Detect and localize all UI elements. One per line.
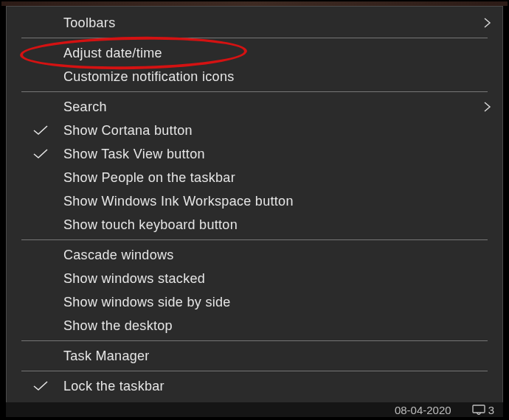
taskbar: 08-04-2020 3 <box>6 402 503 417</box>
menu-item-label: Adjust date/time <box>63 46 162 61</box>
menu-item-label: Customize notification icons <box>63 69 235 85</box>
taskbar-context-menu: Toolbars Adjust date/time Customize noti… <box>6 6 503 404</box>
separator <box>21 38 488 38</box>
taskbar-date[interactable]: 08-04-2020 <box>395 404 451 416</box>
menu-item-label: Search <box>63 99 107 115</box>
check-icon <box>32 122 49 139</box>
check-icon <box>32 377 49 395</box>
menu-item-show-windows-ink[interactable]: Show Windows Ink Workspace button <box>7 189 502 213</box>
notification-count: 3 <box>488 404 494 416</box>
check-icon <box>32 145 49 163</box>
menu-item-toolbars[interactable]: Toolbars <box>7 11 502 35</box>
window-root: Toolbars Adjust date/time Customize noti… <box>0 0 509 420</box>
menu-item-show-people-on-taskbar[interactable]: Show People on the taskbar <box>7 166 502 189</box>
menu-item-label: Show windows stacked <box>63 271 205 287</box>
menu-item-lock-the-taskbar[interactable]: Lock the taskbar <box>7 374 502 398</box>
menu-item-label: Cascade windows <box>63 248 174 263</box>
separator <box>21 340 488 341</box>
menu-item-show-touch-keyboard[interactable]: Show touch keyboard button <box>7 213 502 237</box>
menu-item-label: Show the desktop <box>63 318 173 334</box>
menu-item-label: Task Manager <box>63 349 150 364</box>
menu-item-label: Toolbars <box>63 15 115 31</box>
svg-rect-9 <box>473 405 485 413</box>
chevron-right-icon <box>483 99 492 116</box>
menu-item-label: Show Windows Ink Workspace button <box>63 194 294 209</box>
menu-item-label: Show touch keyboard button <box>63 217 238 233</box>
menu-item-show-cortana-button[interactable]: Show Cortana button <box>7 119 502 142</box>
chevron-right-icon <box>483 15 492 32</box>
menu-item-label: Show People on the taskbar <box>63 170 235 186</box>
menu-item-adjust-date-time[interactable]: Adjust date/time <box>7 41 502 65</box>
menu-item-customize-notification-icons[interactable]: Customize notification icons <box>7 65 502 88</box>
menu-item-label: Lock the taskbar <box>63 379 165 394</box>
separator <box>21 91 488 92</box>
menu-item-label: Show windows side by side <box>63 295 231 310</box>
separator <box>21 371 488 371</box>
menu-item-show-windows-stacked[interactable]: Show windows stacked <box>7 267 502 290</box>
separator <box>21 239 488 240</box>
menu-item-cascade-windows[interactable]: Cascade windows <box>7 243 502 267</box>
menu-item-show-the-desktop[interactable]: Show the desktop <box>7 314 502 337</box>
notification-center-icon[interactable]: 3 <box>472 404 494 416</box>
menu-item-task-manager[interactable]: Task Manager <box>7 344 502 368</box>
menu-item-label: Show Cortana button <box>63 123 193 139</box>
menu-item-label: Show Task View button <box>63 147 205 162</box>
menu-item-show-windows-side-by-side[interactable]: Show windows side by side <box>7 290 502 314</box>
menu-item-show-task-view-button[interactable]: Show Task View button <box>7 142 502 166</box>
menu-item-search[interactable]: Search <box>7 95 502 119</box>
